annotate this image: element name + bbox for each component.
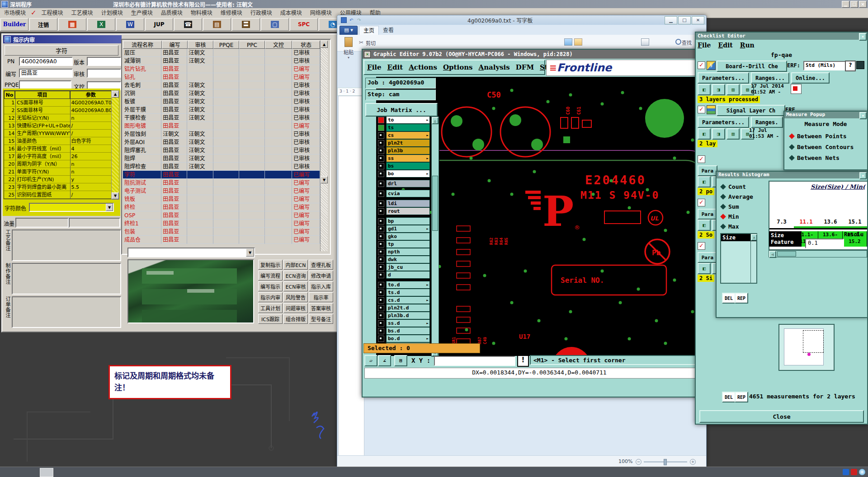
layer-visibility-toggle[interactable]	[378, 148, 384, 154]
action-button-1-2[interactable]: 修改申请	[309, 271, 333, 281]
layer-name-button[interactable]: cs.d►	[386, 296, 430, 304]
layer-row-to[interactable]: to►	[378, 117, 430, 123]
note-textarea-1[interactable]	[12, 263, 121, 295]
action-button-0-2[interactable]: 查埋孔板	[309, 260, 333, 270]
archive-icon[interactable]: ▤	[203, 18, 231, 31]
wordpad-document[interactable]	[338, 96, 364, 456]
layer-visibility-toggle[interactable]	[378, 328, 384, 334]
table-row[interactable]: 12无铅标记(Y/N)n	[4, 114, 112, 122]
ppqe-field[interactable]	[19, 80, 71, 89]
layer-visibility-toggle[interactable]	[378, 155, 384, 162]
flow-header-0[interactable]: 流程名称	[123, 41, 162, 49]
menu-item-1[interactable]: 工程模块	[42, 9, 63, 18]
action-button-2-1[interactable]: ECN审核	[283, 281, 308, 291]
ge-menu-dfm[interactable]: DFM	[516, 63, 534, 71]
layer-visibility-toggle[interactable]	[378, 290, 384, 296]
measure-popup-titlebar[interactable]: Measure Popup ×	[784, 112, 867, 118]
layer-row-bo.d[interactable]: bo.d►	[378, 335, 430, 342]
ge-xy-input[interactable]	[434, 356, 515, 366]
scissors-icon[interactable]: ✂	[359, 39, 363, 46]
table-row[interactable]: 沉铜田昌亚汪朝文已审核	[123, 89, 320, 98]
menu-item-4[interactable]: 生产模块	[131, 9, 153, 18]
find-label[interactable]: 查找	[682, 39, 692, 46]
tray-round-icon[interactable]	[859, 469, 865, 475]
table-row[interactable]: 终检田昌亚已编写	[123, 203, 320, 211]
layer-name-button[interactable]: ts	[386, 124, 430, 131]
table-row[interactable]: 20周期为阴字（Y/N）n	[4, 160, 112, 168]
table-row[interactable]: 外层蚀刻汪朝文汪朝文已审核	[123, 130, 320, 138]
measure-tool-icon[interactable]: ∠	[378, 355, 391, 366]
partial-checkbox-0[interactable]: ✓	[698, 155, 705, 163]
layer-name-button[interactable]: pln2t	[386, 139, 430, 147]
layer-visibility-toggle[interactable]	[378, 305, 384, 311]
layer-name-button[interactable]: ldi	[386, 200, 430, 207]
layer-row-gko[interactable]: gko	[378, 233, 430, 240]
stat-average[interactable]: Average	[721, 192, 766, 201]
ge-menu-actions[interactable]: Actions	[409, 63, 437, 71]
run-icon-1[interactable]: ◨	[712, 128, 725, 140]
layer-visibility-toggle[interactable]	[378, 125, 384, 131]
run-icon[interactable]: ◧	[698, 263, 711, 274]
action-button-2-2[interactable]: 指示入库	[309, 281, 333, 291]
table-row[interactable]: 图形电镀田昌亚已编写	[123, 122, 320, 130]
version-field[interactable]	[87, 57, 121, 66]
partial-checkbox-1[interactable]: ✓	[698, 199, 705, 206]
layer-name-button[interactable]: bo.d►	[386, 335, 430, 342]
action-button-5-2[interactable]: 型号备注	[309, 314, 333, 324]
word-icon[interactable]: W	[116, 18, 144, 31]
wordpad-paste-button[interactable]: 粘贴 ▾	[340, 37, 357, 62]
zoom-in-icon[interactable]: +	[690, 459, 696, 465]
table-row[interactable]: 终检1田昌亚已编写	[123, 220, 320, 228]
item2-buttons-1[interactable]: Ranges.	[751, 117, 783, 128]
action-button-0-0[interactable]: 复制指示	[258, 260, 283, 270]
layer-visibility-toggle[interactable]	[378, 241, 384, 248]
note-textarea-2[interactable]	[12, 296, 121, 328]
table-row[interactable]: 17最小字符高度（mil）26	[4, 153, 112, 160]
layer-row-tp[interactable]: tp	[378, 241, 430, 248]
layer-row-jb_cu[interactable]: jb_cu	[378, 264, 430, 271]
partial-parameters-button-0[interactable]: Para	[698, 165, 717, 176]
layer-name-button[interactable]: d	[386, 271, 430, 279]
menu-item-6[interactable]: 物料模块	[191, 9, 212, 18]
layer-name-button[interactable]: gko	[386, 233, 430, 240]
action-button-5-1[interactable]: 组合排版	[283, 314, 308, 324]
table-row[interactable]: 13快捷标记(FP+UL+DateCo/	[4, 122, 112, 130]
layer-name-button[interactable]: to►	[386, 116, 430, 124]
stat-count[interactable]: Count	[721, 182, 766, 192]
scroll-down-icon[interactable]: ▼	[321, 176, 328, 183]
layer-row-npth[interactable]: npth	[378, 248, 430, 255]
stat-min[interactable]: Min	[721, 211, 766, 221]
partial-parameters-button-2[interactable]: Para	[698, 252, 717, 263]
layer-row-d[interactable]: d	[378, 271, 430, 278]
table-row[interactable]: 减薄铜田昌亚汪朝文已审核	[123, 57, 320, 65]
action-button-3-0[interactable]: 指示内审	[258, 292, 283, 302]
jup-button[interactable]: JUP	[145, 18, 173, 31]
layer-row-bs.d[interactable]: bs.d	[378, 327, 430, 334]
layer-visibility-toggle[interactable]	[378, 282, 384, 288]
table-row[interactable]: 25识别码位置图纸/	[4, 191, 112, 199]
scroll-up-icon[interactable]: △	[751, 234, 757, 241]
close-icon[interactable]: ×	[859, 112, 867, 119]
flow-header-1[interactable]: 编写	[162, 41, 188, 49]
run-icon-0[interactable]: ◧	[698, 128, 711, 140]
undo-icon[interactable]: ↶	[349, 18, 354, 23]
scroll-thumb[interactable]	[777, 251, 796, 257]
table-row[interactable]: 21单面字符(Y/N)n	[4, 168, 112, 176]
layer-name-button[interactable]: tp	[386, 240, 430, 248]
run-icon-0[interactable]: ◧	[698, 84, 711, 95]
tray-blue-icon[interactable]	[843, 469, 849, 475]
layer-name-button[interactable]: gd1►	[386, 225, 430, 233]
measure-option-1[interactable]: Between Contours	[790, 141, 854, 152]
layer-name-button[interactable]: pln3b	[386, 147, 430, 154]
checklist-menu-run[interactable]: Run	[740, 42, 755, 49]
menu-item-10[interactable]: 网络模块	[310, 9, 332, 18]
action-button-1-0[interactable]: 编写流程	[258, 271, 283, 281]
layer-name-button[interactable]: bo►	[386, 170, 430, 178]
scroll-up-icon[interactable]: ▲	[112, 91, 119, 98]
menu-item-8[interactable]: 行政模块	[250, 9, 272, 18]
menu-item-2[interactable]: 工艺模块	[71, 9, 93, 18]
pn-field[interactable]: 4G002069A0	[19, 57, 73, 66]
layer-name-button[interactable]: to.d►	[386, 281, 430, 289]
table-row[interactable]: 22打印机生产(Y/N)y	[4, 176, 112, 183]
item2-buttons-0[interactable]: Parameters...	[698, 117, 749, 128]
